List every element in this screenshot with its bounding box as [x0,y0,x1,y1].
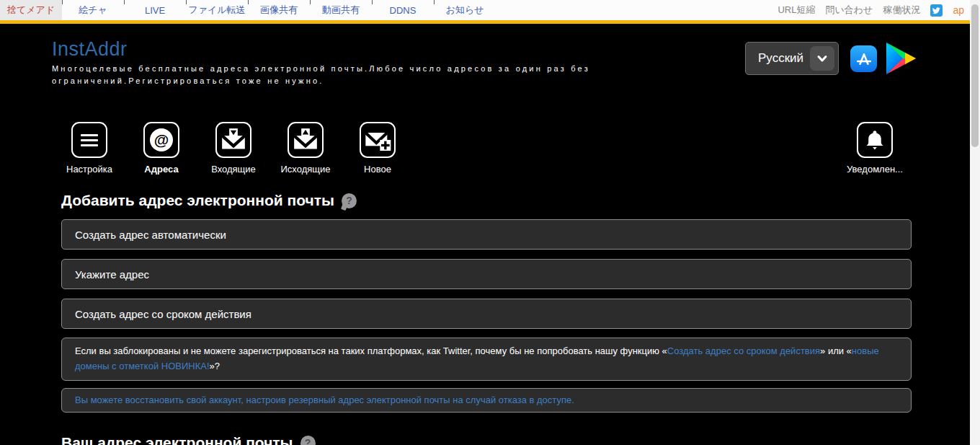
section-title-text: Ваш адрес электронной почты [61,434,293,445]
link-url-shortener[interactable]: URL短縮 [778,4,815,17]
tab-live[interactable]: LIVE [124,0,186,20]
tab-disposable-mail[interactable]: 捨てメアド [0,0,62,20]
notice-text: » или « [820,345,852,356]
link-status[interactable]: 稼働状況 [883,4,920,17]
nav-item-label: Настройка [66,164,112,175]
twitter-icon[interactable] [930,4,943,17]
language-selected-value: Русский [746,51,803,66]
tab-paint-chat[interactable]: 絵チャ [62,0,124,20]
language-selector[interactable]: Русский [745,42,839,75]
nav-item-addresses[interactable]: @ Адреса [127,122,196,175]
nav-item-label: Новое [364,164,391,175]
link-contact[interactable]: 問い合わせ [826,4,873,17]
main-content: InstAddr Многоцелевые бесплатные адреса … [0,24,970,445]
feature-nav: Настройка @ Адреса Входящие [0,122,970,175]
notice-text: Если вы заблокированы и не можете зареги… [75,345,667,356]
tab-video-share[interactable]: 動画共有 [310,0,372,20]
create-expiring-button[interactable]: Создать адрес со сроком действия [61,299,912,329]
chevron-down-icon[interactable] [810,46,834,71]
section-title-text: Добавить адрес электронной почты [61,192,334,209]
notice-link[interactable]: Создать адрес со сроком действия [667,345,820,356]
inbox-icon [215,122,251,158]
nav-item-label: Входящие [211,164,256,175]
scrollbar-thumb[interactable] [971,4,979,147]
nav-item-new-mail[interactable]: Новое [343,122,412,175]
service-tabs: 捨てメアド 絵チャ LIVE ファイル転送 画像共有 動画共有 DDNS お知ら… [0,0,496,20]
tab-image-share[interactable]: 画像共有 [248,0,310,20]
nav-item-inbox[interactable]: Входящие [199,122,268,175]
new-mail-icon [360,122,396,158]
nav-item-outbox[interactable]: Исходящие [271,122,340,175]
section-title-add-address: Добавить адрес электронной почты ? [0,192,970,209]
create-address-actions: Создать адрес автоматически Укажите адре… [61,219,912,329]
topbar-utility-links: URL短縮 問い合わせ 稼働状況 ap [778,0,970,20]
tab-file-transfer[interactable]: ファイル転送 [186,0,248,20]
google-play-icon[interactable] [883,41,918,76]
nav-item-label: Исходящие [281,164,331,175]
specify-address-button[interactable]: Укажите адрес [61,259,912,289]
notice-text: »? [210,361,220,371]
scrollbar[interactable] [970,0,980,445]
bell-icon [857,122,893,158]
nav-item-settings[interactable]: Настройка [55,122,124,175]
nav-item-label: Уведомлен... [847,164,903,175]
tab-news[interactable]: お知らせ [434,0,496,20]
notice-account-recovery: Вы можете восстановить свой аккаунт, нас… [61,388,912,413]
help-icon[interactable]: ? [300,436,316,445]
at-icon: @ [143,122,179,158]
link-app[interactable]: ap [953,4,964,16]
brand-tagline: Многоцелевые бесплатные адреса электронн… [52,63,733,87]
menu-icon [71,122,107,158]
tab-ddns[interactable]: DDNS [372,0,434,20]
nav-item-notifications[interactable]: Уведомлен... [840,122,909,175]
create-auto-button[interactable]: Создать адрес автоматически [61,219,912,250]
app-store-icon[interactable] [850,45,877,72]
notice-blocked-platforms: Если вы заблокированы и не можете зареги… [61,338,912,381]
help-icon[interactable]: ? [342,193,357,208]
top-navigation-bar: 捨てメアド 絵チャ LIVE ファイル転送 画像共有 動画共有 DDNS お知ら… [0,0,970,20]
page-header: InstAddr Многоцелевые бесплатные адреса … [0,24,970,87]
nav-item-label: Адреса [144,164,178,175]
notice-link[interactable]: Вы можете восстановить свой аккаунт, нас… [75,395,574,405]
section-title-your-address: Ваш адрес электронной почты ? [0,434,970,445]
outbox-icon [288,122,324,158]
